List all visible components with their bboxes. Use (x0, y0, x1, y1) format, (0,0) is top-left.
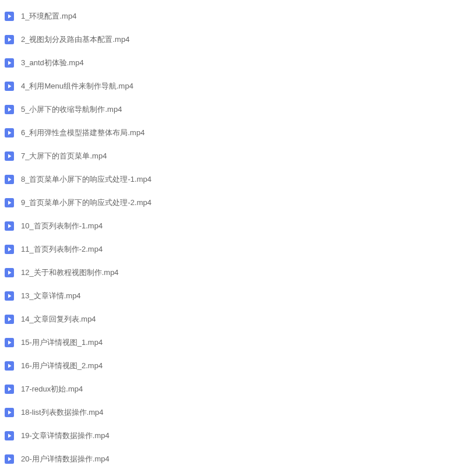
file-name: 11_首页列表制作-2.mp4 (21, 245, 103, 254)
video-icon (5, 221, 14, 231)
file-item[interactable]: 17-redux初始.mp4 (3, 378, 463, 401)
file-name: 8_首页菜单小屏下的响应式处理-1.mp4 (21, 175, 151, 184)
file-item[interactable]: 20-用户详情数据操作.mp4 (3, 447, 463, 471)
file-item[interactable]: 18-list列表数据操作.mp4 (3, 401, 463, 424)
file-item[interactable]: 2_视图划分及路由基本配置.mp4 (3, 28, 463, 51)
file-item[interactable]: 11_首页列表制作-2.mp4 (3, 238, 463, 261)
video-icon (5, 268, 14, 277)
video-icon (5, 82, 14, 91)
video-icon (5, 385, 14, 394)
file-item[interactable]: 5_小屏下的收缩导航制作.mp4 (3, 98, 463, 121)
video-icon (5, 175, 14, 184)
file-name: 6_利用弹性盒模型搭建整体布局.mp4 (21, 128, 144, 137)
file-name: 16-用户详情视图_2.mp4 (21, 361, 103, 371)
file-item[interactable]: 9_首页菜单小屏下的响应式处理-2.mp4 (3, 191, 463, 214)
file-item[interactable]: 3_antd初体验.mp4 (3, 51, 463, 75)
file-name: 17-redux初始.mp4 (21, 385, 83, 394)
file-name: 5_小屏下的收缩导航制作.mp4 (21, 105, 122, 114)
file-name: 20-用户详情数据操作.mp4 (21, 454, 110, 464)
video-icon (5, 408, 14, 417)
file-name: 14_文章回复列表.mp4 (21, 315, 96, 324)
file-item[interactable]: 6_利用弹性盒模型搭建整体布局.mp4 (3, 121, 463, 144)
file-name: 9_首页菜单小屏下的响应式处理-2.mp4 (21, 198, 151, 207)
file-list: 1_环境配置.mp4 2_视图划分及路由基本配置.mp4 3_antd初体验.m… (3, 5, 463, 476)
video-icon (5, 35, 14, 44)
video-icon (5, 431, 14, 440)
file-name: 3_antd初体验.mp4 (21, 58, 84, 68)
video-icon (5, 58, 14, 68)
file-item[interactable]: 10_首页列表制作-1.mp4 (3, 214, 463, 238)
file-name: 12_关于和教程视图制作.mp4 (21, 268, 119, 277)
video-icon (5, 338, 14, 347)
video-icon (5, 128, 14, 137)
video-icon (5, 291, 14, 301)
video-icon (5, 454, 14, 464)
file-item[interactable]: 19-文章详情数据操作.mp4 (3, 424, 463, 447)
file-name: 18-list列表数据操作.mp4 (21, 408, 104, 417)
file-name: 19-文章详情数据操作.mp4 (21, 431, 110, 440)
video-icon (5, 198, 14, 207)
video-icon (5, 105, 14, 114)
file-item[interactable]: 16-用户详情视图_2.mp4 (3, 354, 463, 378)
file-item[interactable]: 13_文章详情.mp4 (3, 284, 463, 308)
file-item[interactable]: 1_环境配置.mp4 (3, 5, 463, 28)
file-name: 7_大屏下的首页菜单.mp4 (21, 151, 107, 161)
video-icon (5, 12, 14, 21)
video-icon (5, 361, 14, 371)
file-item[interactable]: 12_关于和教程视图制作.mp4 (3, 261, 463, 284)
file-item[interactable]: 14_文章回复列表.mp4 (3, 308, 463, 331)
file-item[interactable]: 21-主导航的选中效果设置.mp4 (3, 471, 463, 476)
file-name: 13_文章详情.mp4 (21, 291, 81, 301)
file-name: 4_利用Menu组件来制作导航.mp4 (21, 82, 133, 91)
file-item[interactable]: 7_大屏下的首页菜单.mp4 (3, 144, 463, 168)
file-item[interactable]: 15-用户详情视图_1.mp4 (3, 331, 463, 354)
file-name: 2_视图划分及路由基本配置.mp4 (21, 35, 129, 44)
file-item[interactable]: 8_首页菜单小屏下的响应式处理-1.mp4 (3, 168, 463, 191)
file-name: 15-用户详情视图_1.mp4 (21, 338, 103, 347)
video-icon (5, 245, 14, 254)
file-item[interactable]: 4_利用Menu组件来制作导航.mp4 (3, 75, 463, 98)
file-name: 1_环境配置.mp4 (21, 12, 76, 21)
video-icon (5, 151, 14, 161)
file-name: 10_首页列表制作-1.mp4 (21, 221, 103, 231)
video-icon (5, 315, 14, 324)
